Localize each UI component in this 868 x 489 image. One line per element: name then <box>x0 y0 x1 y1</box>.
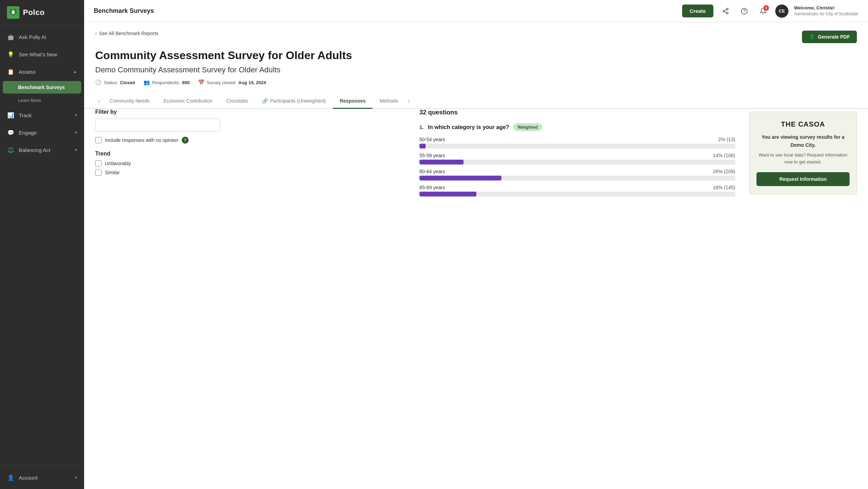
questions-count: 32 questions <box>419 109 735 116</box>
sidebar-item-benchmark-surveys[interactable]: Benchmark Surveys <box>3 81 81 94</box>
bar-row-0: 50-54 years 2% (13) <box>419 137 735 149</box>
bar-label-2: 60-64 years <box>419 169 445 174</box>
sidebar-item-learn-more[interactable]: Learn More <box>0 94 84 106</box>
share-icon <box>722 8 729 15</box>
engage-icon: 💬 <box>7 129 15 136</box>
questions-section: 32 questions 1. In which category is you… <box>419 109 735 197</box>
sidebar-item-see-whats-new[interactable]: 💡 See What's New <box>0 46 84 63</box>
bar-value-3: 18% (145) <box>713 185 735 190</box>
survey-closed-value: Aug 15, 2024 <box>238 80 266 85</box>
share-button[interactable] <box>719 5 732 18</box>
svg-point-5 <box>723 10 725 12</box>
tab-responses[interactable]: Responses <box>333 94 373 109</box>
learn-more-label: Learn More <box>18 98 41 103</box>
filter-section: Filter by Include responses with no opin… <box>95 109 411 144</box>
sidebar-item-assess[interactable]: 📋 Assess ▲ <box>0 63 84 80</box>
respondents-value: 800 <box>182 80 190 85</box>
ask-polly-icon: 🤖 <box>7 33 15 41</box>
content-area: ‹ See All Benchmark Reports 💲 Generate P… <box>84 22 868 489</box>
trend-unfavorably-checkbox[interactable] <box>95 160 101 167</box>
svg-line-8 <box>724 9 727 10</box>
question-number-1: 1. <box>419 124 424 130</box>
track-chevron-icon: ▾ <box>75 113 77 118</box>
tab-community-needs[interactable]: Community Needs <box>103 94 156 109</box>
svg-point-4 <box>727 8 728 10</box>
casoa-desc-bold: You are viewing survey results for a Dem… <box>762 134 845 147</box>
closed-meta: 📅 Survey closed: Aug 15, 2024 <box>198 79 266 86</box>
respondents-label: Respondents: <box>152 80 180 85</box>
lightbulb-icon: 💡 <box>7 50 15 58</box>
filter-input[interactable] <box>95 119 220 132</box>
bar-value-0: 2% (13) <box>718 137 735 142</box>
questions-col: 32 questions 1. In which category is you… <box>419 109 741 206</box>
sidebar-item-label: Engage <box>19 130 71 136</box>
bar-value-1: 14% (108) <box>713 153 735 158</box>
survey-sub-title: Demo Community Assessment Survey for Old… <box>95 65 380 74</box>
survey-main-title: Community Assessment Survey for Older Ad… <box>95 49 380 62</box>
tab-crosstabs[interactable]: Crosstabs <box>219 94 255 109</box>
tab-economic-contribution[interactable]: Economic Contribution <box>156 94 219 109</box>
generate-pdf-label: Generate PDF <box>818 34 850 40</box>
casoa-card: THE CASOA You are viewing survey results… <box>749 112 857 195</box>
bar-label-row-0: 50-54 years 2% (13) <box>419 137 735 142</box>
bar-row-1: 55-59 years 14% (108) <box>419 153 735 165</box>
sidebar-item-account[interactable]: 👤 Account ▾ <box>0 469 84 486</box>
tab-next-button[interactable]: › <box>405 95 412 107</box>
create-button[interactable]: Create <box>682 5 714 17</box>
back-link[interactable]: ‹ See All Benchmark Reports <box>95 31 158 36</box>
track-icon: 📊 <box>7 111 15 119</box>
sidebar-item-balancing-act[interactable]: ⚖️ Balancing Act ▾ <box>0 141 84 159</box>
status-label: Status: <box>104 80 118 85</box>
no-opinion-label: Include responses with no opinion <box>105 137 178 143</box>
sidebar-item-label: Balancing Act <box>19 147 71 153</box>
survey-closed-label: Survey closed: <box>207 80 236 85</box>
bar-track-1 <box>419 160 735 165</box>
sidebar-item-engage[interactable]: 💬 Engage ▾ <box>0 124 84 141</box>
sidebar-nav: 🤖 Ask Polly AI 💡 See What's New 📋 Assess… <box>0 25 84 466</box>
generate-pdf-button[interactable]: 💲 Generate PDF <box>802 31 857 43</box>
bar-row-2: 60-64 years 26% (209) <box>419 169 735 181</box>
no-opinion-checkbox[interactable] <box>95 137 101 143</box>
bar-label-0: 50-54 years <box>419 137 445 142</box>
trend-unfavorably-label: Unfavorably <box>105 161 131 166</box>
filter-label: Filter by <box>95 109 411 115</box>
avatar-button[interactable]: CE <box>775 5 788 18</box>
svg-point-6 <box>727 12 728 14</box>
bar-row-3: 65-69 years 18% (145) <box>419 185 735 197</box>
pdf-icon: 💲 <box>809 34 815 40</box>
bar-label-1: 55-59 years <box>419 153 445 158</box>
sidebar-bottom: 👤 Account ▾ <box>0 466 84 489</box>
topbar: Benchmark Surveys Create 0 CE Welcome, C <box>84 0 868 22</box>
help-button[interactable] <box>738 5 751 18</box>
bar-label-row-3: 65-69 years 18% (145) <box>419 185 735 190</box>
tab-prev-button[interactable]: ‹ <box>95 95 103 107</box>
main-two-col: Filter by Include responses with no opin… <box>84 109 868 215</box>
assess-chevron-icon: ▲ <box>73 69 77 74</box>
trend-similar-checkbox[interactable] <box>95 169 101 176</box>
back-link-text: See All Benchmark Reports <box>99 31 158 36</box>
tab-participants[interactable]: 🔗 Participants (Unweighted) <box>255 94 333 109</box>
bar-fill-3 <box>419 192 476 197</box>
notifications-button[interactable]: 0 <box>756 5 770 18</box>
sidebar-item-track[interactable]: 📊 Track ▾ <box>0 106 84 124</box>
status-meta: 🕐 Status: Closed <box>95 79 135 86</box>
balancing-act-chevron-icon: ▾ <box>75 147 77 152</box>
logo: Polco <box>0 0 84 25</box>
status-value: Closed <box>120 80 135 85</box>
account-chevron-icon: ▾ <box>75 475 77 480</box>
question-header-1: 1. In which category is your age? Weight… <box>419 123 735 131</box>
question-block-1: 1. In which category is your age? Weight… <box>419 123 735 197</box>
casoa-desc: You are viewing survey results for a Dem… <box>756 133 850 149</box>
clock-icon: 🕐 <box>95 79 102 86</box>
back-chevron-icon: ‹ <box>95 31 97 36</box>
sidebar-item-label: See What's New <box>19 51 77 57</box>
sidebar-item-label: Ask Polly AI <box>19 34 77 40</box>
help-icon-circle[interactable]: ? <box>182 137 189 144</box>
balancing-act-icon: ⚖️ <box>7 146 15 154</box>
casoa-card-col: THE CASOA You are viewing survey results… <box>749 109 857 206</box>
request-information-button[interactable]: Request Information <box>756 172 850 186</box>
tab-methods[interactable]: Methods <box>372 94 405 109</box>
welcome-text: Welcome, Christie! <box>794 5 858 11</box>
sidebar-item-ask-polly[interactable]: 🤖 Ask Polly AI <box>0 28 84 46</box>
bar-label-3: 65-69 years <box>419 185 445 190</box>
